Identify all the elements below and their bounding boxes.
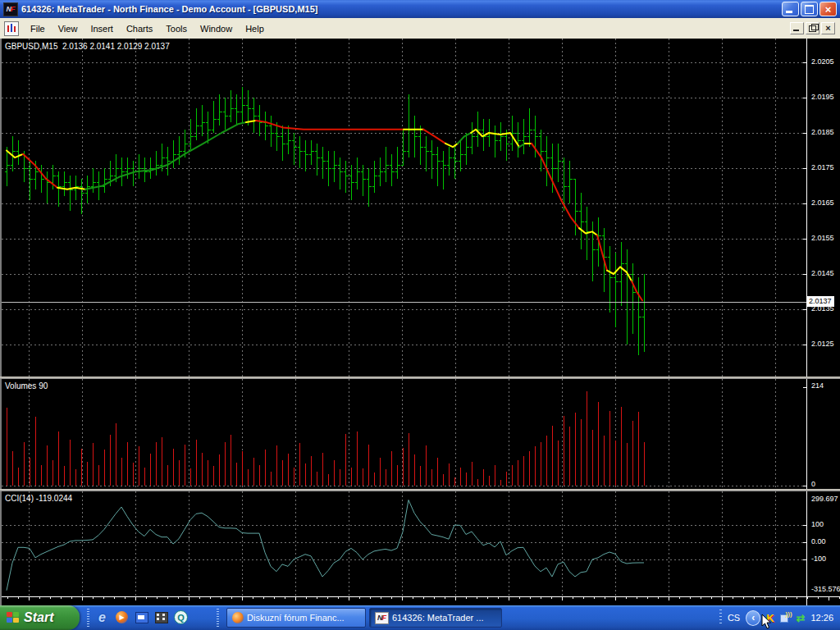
media-player-icon[interactable]: ▶ bbox=[115, 610, 129, 624]
axis-label: 2.0145 bbox=[811, 269, 834, 277]
task-label: Diskuzní fórum Financ... bbox=[247, 613, 345, 623]
axis-label: 2.0185 bbox=[811, 128, 834, 136]
axis-label: -315.576 bbox=[811, 585, 840, 593]
firefox-icon bbox=[232, 612, 244, 623]
outlook-express-icon[interactable] bbox=[135, 610, 148, 624]
axis-label: 2.0195 bbox=[811, 93, 834, 101]
mdi-window-controls: × bbox=[790, 22, 840, 34]
quick-launch-handle[interactable] bbox=[87, 609, 89, 627]
titlebar: NF 614326: MetaTrader - North Finance - … bbox=[0, 0, 840, 18]
mouse-cursor bbox=[761, 614, 773, 630]
task-label: 614326: MetaTrader ... bbox=[392, 613, 484, 623]
maximize-icon bbox=[805, 5, 814, 14]
minimize-icon bbox=[786, 11, 792, 13]
taskbar: Start e ▶ Q Diskuzní fórum Financ... NF … bbox=[0, 605, 840, 630]
cci-label: CCI(14) -119.0244 bbox=[5, 494, 72, 503]
menu-window[interactable]: Window bbox=[194, 21, 239, 37]
axis-label: 2.0125 bbox=[811, 340, 834, 348]
movie-maker-icon[interactable] bbox=[154, 610, 168, 624]
axis-label: 2.0205 bbox=[811, 57, 834, 66]
menu-help[interactable]: Help bbox=[239, 21, 271, 37]
main-chart-pane[interactable] bbox=[2, 39, 806, 377]
axis-label: 214 bbox=[811, 381, 824, 390]
desktop: NF 614326: MetaTrader - North Finance - … bbox=[0, 0, 840, 630]
pane-splitter-2[interactable] bbox=[0, 489, 840, 491]
chart-window: GBPUSD,M15 2.0136 2.0141 2.0129 2.0137 V… bbox=[0, 39, 840, 605]
volumes-label: Volumes 90 bbox=[5, 381, 48, 390]
close-button[interactable]: × bbox=[819, 2, 837, 16]
menu-file[interactable]: File bbox=[24, 21, 52, 37]
axis-label: 100 bbox=[811, 520, 824, 528]
window-controls: × bbox=[782, 2, 840, 16]
axis-label: 0.00 bbox=[811, 537, 826, 546]
close-icon: × bbox=[825, 4, 832, 15]
axis-label: -100 bbox=[811, 555, 826, 563]
internet-explorer-icon[interactable]: e bbox=[95, 610, 109, 624]
system-tray: CS ‹ K ⇄ 12:26 bbox=[714, 605, 840, 630]
menu-insert[interactable]: Insert bbox=[84, 21, 120, 37]
network-icon[interactable] bbox=[780, 614, 791, 623]
cci-indicator-pane[interactable] bbox=[2, 491, 806, 596]
close-icon: × bbox=[825, 24, 830, 33]
axis-label: 2.0175 bbox=[811, 163, 834, 171]
menubar: File View Insert Charts Tools Window Hel… bbox=[0, 18, 840, 39]
chart-symbol-ohlc-label: GBPUSD,M15 2.0136 2.0141 2.0129 2.0137 bbox=[5, 42, 170, 51]
mdi-close-button[interactable]: × bbox=[821, 22, 835, 34]
start-label: Start bbox=[24, 610, 53, 625]
metatrader-app-icon: NF bbox=[3, 2, 18, 16]
menu-view[interactable]: View bbox=[52, 21, 84, 37]
axis-label: 0 bbox=[811, 480, 815, 488]
taskband-handle[interactable] bbox=[217, 609, 219, 627]
task-button-metatrader[interactable]: NF 614326: MetaTrader ... bbox=[369, 608, 502, 628]
quicktime-icon[interactable]: Q bbox=[174, 610, 188, 624]
clock: 12:26 bbox=[810, 613, 833, 623]
mdi-minimize-button[interactable] bbox=[790, 22, 804, 34]
minimize-button[interactable] bbox=[782, 2, 799, 16]
metatrader-icon: NF bbox=[375, 612, 389, 624]
axis-label: 2.0165 bbox=[811, 199, 834, 207]
maximize-button[interactable] bbox=[801, 2, 818, 16]
mdi-restore-button[interactable] bbox=[806, 22, 819, 34]
restore-icon bbox=[809, 25, 816, 32]
axis-label: 299.697 bbox=[811, 495, 838, 503]
client-border bbox=[0, 39, 2, 605]
language-indicator[interactable]: CS bbox=[728, 613, 740, 623]
tray-handle bbox=[719, 609, 722, 626]
chart-icon bbox=[4, 21, 19, 36]
current-price-tag: 2.0137 bbox=[807, 296, 834, 307]
sync-icon[interactable]: ⇄ bbox=[797, 613, 806, 623]
menu-tools[interactable]: Tools bbox=[159, 21, 194, 37]
menu-charts[interactable]: Charts bbox=[120, 21, 159, 37]
start-button[interactable]: Start bbox=[0, 605, 80, 630]
window-title: 614326: MetaTrader - North Finance - Dem… bbox=[21, 4, 317, 14]
pane-splitter-1[interactable] bbox=[0, 377, 840, 379]
volumes-pane[interactable] bbox=[2, 379, 806, 489]
windows-logo-icon bbox=[7, 612, 20, 623]
task-button-firefox[interactable]: Diskuzní fórum Financ... bbox=[226, 608, 366, 628]
minimize-icon bbox=[793, 30, 799, 31]
hide-tray-icons-button[interactable]: ‹ bbox=[746, 610, 760, 626]
axis-label: 2.0155 bbox=[811, 234, 834, 242]
